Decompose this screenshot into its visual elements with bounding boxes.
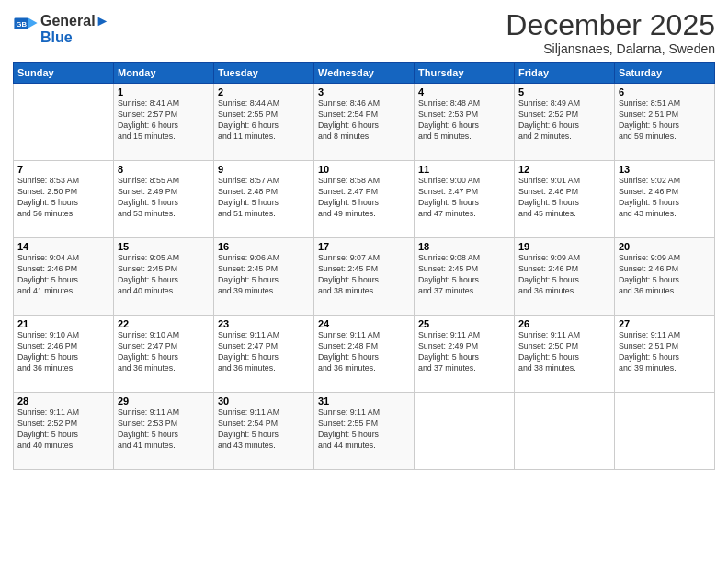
day-info: Sunrise: 9:06 AM Sunset: 2:45 PM Dayligh… xyxy=(218,253,310,297)
day-info: Sunrise: 8:44 AM Sunset: 2:55 PM Dayligh… xyxy=(218,98,310,143)
day-info: Sunrise: 9:02 AM Sunset: 2:46 PM Dayligh… xyxy=(619,176,711,220)
day-info: Sunrise: 8:49 AM Sunset: 2:52 PM Dayligh… xyxy=(518,98,610,143)
day-number: 27 xyxy=(619,318,711,329)
day-number: 15 xyxy=(118,241,210,252)
day-number: 5 xyxy=(518,86,610,98)
day-info: Sunrise: 8:53 AM Sunset: 2:50 PM Dayligh… xyxy=(17,176,109,220)
day-cell: 9Sunrise: 8:57 AM Sunset: 2:48 PM Daylig… xyxy=(214,161,314,238)
day-number: 22 xyxy=(118,318,210,329)
day-cell xyxy=(415,393,515,470)
header: GB General► Blue December 2025 Siljansna… xyxy=(13,9,715,56)
day-info: Sunrise: 8:51 AM Sunset: 2:51 PM Dayligh… xyxy=(619,98,711,143)
day-number: 3 xyxy=(318,86,410,98)
day-cell: 15Sunrise: 9:05 AM Sunset: 2:45 PM Dayli… xyxy=(114,238,214,316)
day-cell: 16Sunrise: 9:06 AM Sunset: 2:45 PM Dayli… xyxy=(214,238,314,316)
day-number: 21 xyxy=(17,318,109,329)
day-info: Sunrise: 9:11 AM Sunset: 2:50 PM Dayligh… xyxy=(518,330,610,374)
day-cell: 8Sunrise: 8:55 AM Sunset: 2:49 PM Daylig… xyxy=(114,161,214,238)
day-info: Sunrise: 9:00 AM Sunset: 2:47 PM Dayligh… xyxy=(418,176,510,220)
day-cell xyxy=(14,84,114,161)
day-cell: 4Sunrise: 8:48 AM Sunset: 2:53 PM Daylig… xyxy=(415,84,515,161)
day-number: 7 xyxy=(17,164,109,175)
day-number: 28 xyxy=(17,396,109,407)
day-info: Sunrise: 8:46 AM Sunset: 2:54 PM Dayligh… xyxy=(318,98,410,143)
day-number: 19 xyxy=(518,241,610,252)
day-info: Sunrise: 8:48 AM Sunset: 2:53 PM Dayligh… xyxy=(418,98,510,143)
svg-text:GB: GB xyxy=(17,19,28,28)
day-number: 8 xyxy=(118,164,210,175)
day-info: Sunrise: 9:11 AM Sunset: 2:51 PM Dayligh… xyxy=(619,330,711,374)
day-cell: 20Sunrise: 9:09 AM Sunset: 2:46 PM Dayli… xyxy=(615,238,715,316)
month-title: December 2025 xyxy=(506,9,715,41)
day-cell: 3Sunrise: 8:46 AM Sunset: 2:54 PM Daylig… xyxy=(314,84,415,161)
day-cell: 1Sunrise: 8:41 AM Sunset: 2:57 PM Daylig… xyxy=(114,84,214,161)
day-info: Sunrise: 8:57 AM Sunset: 2:48 PM Dayligh… xyxy=(218,176,310,220)
day-cell: 21Sunrise: 9:10 AM Sunset: 2:46 PM Dayli… xyxy=(14,316,114,393)
subtitle: Siljansnaes, Dalarna, Sweden xyxy=(506,41,715,56)
header-cell-friday: Friday xyxy=(515,63,615,84)
day-number: 17 xyxy=(318,241,410,252)
day-info: Sunrise: 9:04 AM Sunset: 2:46 PM Dayligh… xyxy=(17,253,109,297)
title-block: December 2025 Siljansnaes, Dalarna, Swed… xyxy=(506,9,715,56)
day-info: Sunrise: 8:58 AM Sunset: 2:47 PM Dayligh… xyxy=(318,176,410,220)
day-number: 31 xyxy=(318,396,410,407)
day-number: 2 xyxy=(218,86,310,98)
day-cell: 26Sunrise: 9:11 AM Sunset: 2:50 PM Dayli… xyxy=(515,316,615,393)
day-cell: 11Sunrise: 9:00 AM Sunset: 2:47 PM Dayli… xyxy=(415,161,515,238)
week-row-3: 14Sunrise: 9:04 AM Sunset: 2:46 PM Dayli… xyxy=(14,238,715,316)
week-row-2: 7Sunrise: 8:53 AM Sunset: 2:50 PM Daylig… xyxy=(14,161,715,238)
day-info: Sunrise: 9:05 AM Sunset: 2:45 PM Dayligh… xyxy=(118,253,210,297)
day-cell: 28Sunrise: 9:11 AM Sunset: 2:52 PM Dayli… xyxy=(14,393,114,470)
day-number: 20 xyxy=(619,241,711,252)
day-number: 1 xyxy=(118,86,210,98)
day-cell: 25Sunrise: 9:11 AM Sunset: 2:49 PM Dayli… xyxy=(415,316,515,393)
day-info: Sunrise: 9:10 AM Sunset: 2:46 PM Dayligh… xyxy=(17,330,109,374)
header-cell-saturday: Saturday xyxy=(615,63,715,84)
day-number: 24 xyxy=(318,318,410,329)
day-cell: 14Sunrise: 9:04 AM Sunset: 2:46 PM Dayli… xyxy=(14,238,114,316)
logo-text: General► Blue xyxy=(40,13,109,45)
day-number: 10 xyxy=(318,164,410,175)
day-number: 23 xyxy=(218,318,310,329)
day-info: Sunrise: 9:01 AM Sunset: 2:46 PM Dayligh… xyxy=(518,176,610,220)
day-number: 12 xyxy=(518,164,610,175)
header-cell-tuesday: Tuesday xyxy=(214,63,314,84)
day-cell: 19Sunrise: 9:09 AM Sunset: 2:46 PM Dayli… xyxy=(515,238,615,316)
day-info: Sunrise: 8:41 AM Sunset: 2:57 PM Dayligh… xyxy=(118,98,210,143)
day-info: Sunrise: 9:09 AM Sunset: 2:46 PM Dayligh… xyxy=(619,253,711,297)
day-cell: 13Sunrise: 9:02 AM Sunset: 2:46 PM Dayli… xyxy=(615,161,715,238)
day-cell: 12Sunrise: 9:01 AM Sunset: 2:46 PM Dayli… xyxy=(515,161,615,238)
logo: GB General► Blue xyxy=(13,13,109,45)
page-container: GB General► Blue December 2025 Siljansna… xyxy=(0,0,728,563)
header-cell-sunday: Sunday xyxy=(14,63,114,84)
day-info: Sunrise: 8:55 AM Sunset: 2:49 PM Dayligh… xyxy=(118,176,210,220)
day-cell: 27Sunrise: 9:11 AM Sunset: 2:51 PM Dayli… xyxy=(615,316,715,393)
day-number: 6 xyxy=(619,86,711,98)
day-cell: 10Sunrise: 8:58 AM Sunset: 2:47 PM Dayli… xyxy=(314,161,415,238)
day-number: 13 xyxy=(619,164,711,175)
day-info: Sunrise: 9:10 AM Sunset: 2:47 PM Dayligh… xyxy=(118,330,210,374)
day-number: 16 xyxy=(218,241,310,252)
header-cell-monday: Monday xyxy=(114,63,214,84)
week-row-4: 21Sunrise: 9:10 AM Sunset: 2:46 PM Dayli… xyxy=(14,316,715,393)
day-cell: 29Sunrise: 9:11 AM Sunset: 2:53 PM Dayli… xyxy=(114,393,214,470)
day-number: 26 xyxy=(518,318,610,329)
day-number: 11 xyxy=(418,164,510,175)
day-cell: 23Sunrise: 9:11 AM Sunset: 2:47 PM Dayli… xyxy=(214,316,314,393)
calendar-table: SundayMondayTuesdayWednesdayThursdayFrid… xyxy=(13,62,715,470)
day-cell: 22Sunrise: 9:10 AM Sunset: 2:47 PM Dayli… xyxy=(114,316,214,393)
day-number: 18 xyxy=(418,241,510,252)
week-row-5: 28Sunrise: 9:11 AM Sunset: 2:52 PM Dayli… xyxy=(14,393,715,470)
day-cell: 24Sunrise: 9:11 AM Sunset: 2:48 PM Dayli… xyxy=(314,316,415,393)
day-cell: 7Sunrise: 8:53 AM Sunset: 2:50 PM Daylig… xyxy=(14,161,114,238)
day-number: 25 xyxy=(418,318,510,329)
header-cell-thursday: Thursday xyxy=(415,63,515,84)
day-number: 9 xyxy=(218,164,310,175)
day-info: Sunrise: 9:11 AM Sunset: 2:47 PM Dayligh… xyxy=(218,330,310,374)
day-info: Sunrise: 9:11 AM Sunset: 2:53 PM Dayligh… xyxy=(118,408,210,452)
day-number: 4 xyxy=(418,86,510,98)
svg-marker-1 xyxy=(28,17,38,28)
day-cell: 6Sunrise: 8:51 AM Sunset: 2:51 PM Daylig… xyxy=(615,84,715,161)
header-cell-wednesday: Wednesday xyxy=(314,63,415,84)
week-row-1: 1Sunrise: 8:41 AM Sunset: 2:57 PM Daylig… xyxy=(14,84,715,161)
